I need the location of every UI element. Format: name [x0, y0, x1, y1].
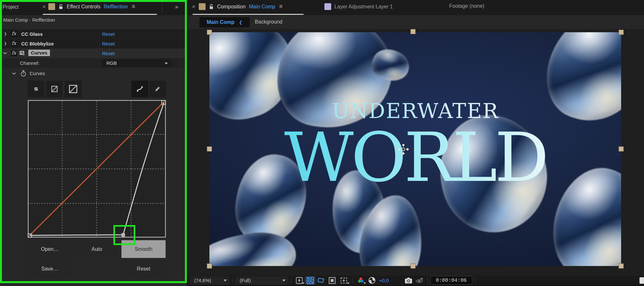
- open-button[interactable]: Open…: [27, 240, 72, 258]
- grid-guides-button[interactable]: [338, 276, 350, 285]
- channel-select-button[interactable]: [355, 276, 366, 285]
- selection-handle[interactable]: [411, 264, 415, 268]
- toolbar-separator: [291, 277, 291, 284]
- expander-icon[interactable]: ❯: [4, 41, 7, 45]
- effect-icon: [19, 50, 26, 56]
- tab-effect-controls[interactable]: Effect Controls Refflection ≡: [48, 3, 135, 10]
- magnification-value: (74,6%): [194, 278, 211, 283]
- selection-handle[interactable]: [207, 264, 212, 268]
- snapshot-button[interactable]: [403, 276, 414, 285]
- selection-handle[interactable]: [207, 30, 212, 35]
- selection-handle[interactable]: [619, 30, 623, 35]
- reset-link[interactable]: Reset: [102, 51, 115, 56]
- mask-visibility-button[interactable]: [327, 276, 338, 285]
- toolbar-separator: [232, 277, 233, 284]
- effect-name[interactable]: CC Blobbylize: [21, 41, 54, 46]
- close-icon[interactable]: ✕: [42, 4, 46, 9]
- after-effects-window: Project ✕ Effect Controls Refflection ≡ …: [0, 0, 644, 286]
- composition-viewer-panel: ✕ Composition Main Comp ≡ Layer Adjustme…: [188, 0, 644, 286]
- selection-handle[interactable]: [619, 264, 623, 268]
- curve-size-medium-button[interactable]: [46, 81, 62, 97]
- exposure-value[interactable]: +0,0: [379, 278, 389, 283]
- fx-badge: fx: [11, 50, 17, 56]
- channel-dropdown[interactable]: RGB: [101, 59, 172, 67]
- curve-size-large-button[interactable]: [64, 81, 82, 97]
- chevron-down-icon: [165, 63, 168, 64]
- curve-size-small-button[interactable]: [28, 81, 44, 97]
- selection-handle[interactable]: [619, 147, 623, 151]
- region-of-interest-button[interactable]: [316, 276, 327, 285]
- save-button[interactable]: Save…: [27, 260, 72, 278]
- toolbar-separator: [352, 277, 353, 284]
- chevron-down-icon: [347, 282, 350, 284]
- show-snapshot-button[interactable]: [414, 276, 425, 285]
- viewer-tab-label: Main Comp: [207, 19, 234, 25]
- fx-badge: fx: [11, 40, 17, 47]
- viewer-toolbar: (74,6%) (Full): [188, 276, 644, 285]
- curves-property-label: Curves: [30, 71, 45, 76]
- channel-row: Channel: RGB: [0, 58, 187, 68]
- bezier-tool-button[interactable]: [131, 81, 148, 97]
- panel-menu-icon[interactable]: ≡: [132, 3, 135, 10]
- effect-row-cc-blobbylize[interactable]: ❯ fx CC Blobbylize Reset: [0, 39, 187, 48]
- anchor-point-icon[interactable]: [396, 142, 410, 156]
- right-panel-tab-bar: ✕ Composition Main Comp ≡ Layer Adjustme…: [188, 0, 644, 15]
- toolbar-clipped-icon[interactable]: [639, 277, 644, 284]
- auto-button[interactable]: Auto: [74, 240, 119, 258]
- tab-title: Layer Adjustment Layer 1: [334, 4, 393, 10]
- artwork-title-line2: WORLD: [209, 124, 621, 192]
- expander-icon[interactable]: ❯: [12, 72, 16, 75]
- chevron-down-icon: [302, 282, 304, 284]
- tab-target-name: Main Comp: [249, 4, 275, 10]
- transparency-grid-button[interactable]: [305, 276, 316, 285]
- pencil-tool-button[interactable]: [149, 81, 166, 97]
- channel-label: Channel:: [20, 60, 39, 66]
- reset-link[interactable]: Reset: [102, 31, 115, 37]
- tab-composition[interactable]: ✕ Composition Main Comp ≡: [192, 3, 283, 10]
- effect-row-curves[interactable]: ❯ fx Curves Reset: [0, 49, 187, 58]
- fast-previews-button[interactable]: [294, 276, 305, 285]
- active-tab-underline: [193, 14, 303, 15]
- chevron-down-icon: [224, 280, 227, 281]
- composition-canvas[interactable]: UNDERWATER WORLD: [209, 32, 621, 266]
- viewer-tab-main-comp[interactable]: Main Comp ❮: [199, 17, 250, 27]
- tab-footage[interactable]: Footage (none): [449, 3, 484, 9]
- expander-icon[interactable]: ❯: [3, 52, 7, 54]
- tab-title: Composition: [217, 4, 246, 10]
- close-icon[interactable]: ✕: [192, 4, 196, 9]
- timecode-value: 0:00:04:06: [436, 278, 467, 283]
- selection-handle[interactable]: [411, 29, 415, 34]
- fx-badge: fx: [11, 31, 17, 37]
- curves-property-row: ❯ Curves: [0, 69, 187, 79]
- curves-grid[interactable]: [28, 100, 166, 238]
- resolution-dropdown[interactable]: (Full): [235, 276, 288, 285]
- reset-link[interactable]: Reset: [102, 41, 115, 46]
- resolution-value: (Full): [240, 278, 251, 283]
- breadcrumb: Main Comp · Refflection: [3, 17, 55, 23]
- viewer-tab-background[interactable]: Background: [255, 19, 282, 25]
- smooth-button[interactable]: Smooth: [121, 240, 166, 258]
- tab-target-name: Refflection: [104, 4, 128, 10]
- channel-value: RGB: [106, 60, 117, 66]
- viewer-tab-strip: Main Comp ❮ Background: [188, 15, 644, 29]
- panel-menu-icon[interactable]: ≡: [279, 3, 283, 10]
- effect-name[interactable]: CC Glass: [21, 31, 43, 37]
- tab-project[interactable]: Project: [3, 4, 19, 10]
- unlock-icon[interactable]: [58, 4, 63, 10]
- stopwatch-icon[interactable]: [20, 70, 27, 77]
- effect-row-cc-glass[interactable]: ❯ fx CC Glass Reset: [0, 29, 187, 39]
- unlock-icon[interactable]: [209, 4, 214, 10]
- chevron-down-icon: [363, 282, 366, 284]
- selection-handle[interactable]: [207, 147, 212, 151]
- curve-point-selected[interactable]: [121, 233, 125, 237]
- exposure-reset-button[interactable]: [366, 276, 377, 285]
- expander-icon[interactable]: ❯: [4, 32, 7, 36]
- timecode-display[interactable]: 0:00:04:06: [430, 276, 472, 285]
- chevron-left-icon[interactable]: ❮: [239, 20, 243, 25]
- magnification-dropdown[interactable]: (74,6%): [190, 276, 230, 285]
- reset-button[interactable]: Reset: [121, 260, 166, 278]
- tab-layer[interactable]: Layer Adjustment Layer 1: [324, 3, 393, 10]
- panel-overflow-icon[interactable]: »: [175, 3, 178, 10]
- toolbar-separator: [475, 277, 475, 284]
- effect-name-selected[interactable]: Curves: [28, 50, 50, 56]
